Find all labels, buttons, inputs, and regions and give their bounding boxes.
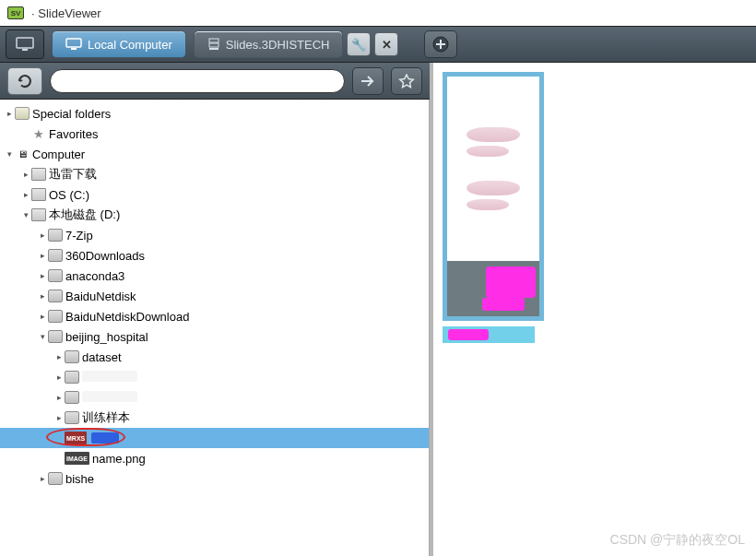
- tree-label: 7-Zip: [65, 229, 93, 243]
- tree-row[interactable]: 7-Zip: [0, 225, 429, 245]
- tree-label: dataset: [82, 350, 122, 364]
- tree-label: anaconda3: [65, 269, 124, 283]
- plus-icon: [432, 36, 449, 53]
- expand-caret[interactable]: [53, 413, 65, 422]
- svg-rect-0: [17, 38, 33, 48]
- svg-rect-2: [66, 39, 81, 47]
- expand-caret[interactable]: [37, 251, 48, 260]
- preview-panel: [433, 63, 756, 556]
- slide-image: [447, 77, 539, 261]
- window-title: · SlideViewer: [31, 6, 101, 20]
- tree-label: [82, 391, 137, 405]
- tree-row[interactable]: BaiduNetdiskDownload: [0, 306, 429, 326]
- tree-row[interactable]: dataset: [0, 347, 429, 367]
- server-icon: [207, 38, 220, 51]
- refresh-icon: [16, 73, 34, 89]
- tree-label: Favorites: [49, 127, 98, 141]
- file-badge-icon: IMAGE: [65, 452, 89, 465]
- expand-caret[interactable]: [4, 149, 15, 159]
- tab-slides-3dhistech[interactable]: Slides.3DHISTECH: [194, 30, 344, 58]
- tree-row[interactable]: 360Downloads: [0, 245, 429, 266]
- tree-row[interactable]: 训练样本: [0, 408, 429, 428]
- tab-local-computer[interactable]: Local Computer: [52, 30, 186, 58]
- folder-icon: [48, 472, 63, 485]
- refresh-button[interactable]: [7, 67, 42, 95]
- folder-icon: [65, 371, 79, 384]
- drive-icon: [31, 208, 46, 221]
- expand-caret[interactable]: [4, 109, 15, 118]
- tree-label: BaiduNetdisk: [65, 290, 136, 303]
- tab-settings-button[interactable]: 🔧: [347, 32, 371, 56]
- file-badge-icon: MRXS: [65, 432, 87, 444]
- slide-label-area: [447, 261, 539, 316]
- close-icon: ✕: [382, 38, 392, 52]
- expand-caret[interactable]: [53, 373, 65, 382]
- computer-icon: [15, 148, 30, 160]
- folder-icon: [65, 391, 79, 404]
- wrench-icon: 🔧: [351, 38, 366, 52]
- svg-rect-6: [209, 48, 219, 50]
- expand-caret[interactable]: [37, 332, 48, 341]
- tree-label: OS (C:): [49, 188, 89, 202]
- expand-caret[interactable]: [53, 393, 65, 402]
- watermark: CSDN @宁静的夜空OL: [610, 532, 745, 549]
- tree-row[interactable]: MRXS: [0, 428, 429, 448]
- main-toolbar: Local Computer Slides.3DHISTECH 🔧 ✕: [0, 26, 756, 63]
- expand-caret[interactable]: [53, 352, 65, 361]
- tree-row[interactable]: Special folders: [0, 103, 429, 124]
- folder-icon: [48, 310, 63, 323]
- tree-row[interactable]: [0, 367, 429, 387]
- drive-icon: [31, 168, 46, 181]
- svg-rect-5: [209, 43, 219, 47]
- folder-icon: [48, 330, 63, 343]
- folder-icon: [48, 269, 63, 282]
- tree-row[interactable]: bishe: [0, 468, 429, 489]
- tree-row[interactable]: IMAGEname.png: [0, 448, 429, 468]
- folder-icon: [65, 411, 79, 424]
- folder-tree[interactable]: Special foldersFavoritesComputer迅雷下载OS (…: [0, 100, 430, 556]
- expand-caret[interactable]: [20, 210, 31, 219]
- favorite-button[interactable]: [391, 67, 422, 95]
- tree-label: beijing_hospital: [65, 330, 148, 344]
- titlebar: SV · SlideViewer: [0, 0, 756, 26]
- tree-row[interactable]: beijing_hospital: [0, 326, 429, 347]
- expand-caret[interactable]: [20, 170, 31, 179]
- left-panel: Special foldersFavoritesComputer迅雷下载OS (…: [0, 63, 430, 556]
- tree-row[interactable]: [0, 387, 429, 408]
- add-tab-button[interactable]: [424, 30, 457, 58]
- slide-thumbnail[interactable]: [443, 72, 544, 321]
- tree-row[interactable]: BaiduNetdisk: [0, 286, 429, 306]
- tree-row[interactable]: Favorites: [0, 124, 429, 144]
- path-input[interactable]: [50, 69, 345, 93]
- monitor-icon: [15, 36, 35, 53]
- tree-label: 迅雷下载: [49, 166, 97, 183]
- tab-close-button[interactable]: ✕: [374, 32, 398, 56]
- expand-caret[interactable]: [37, 474, 48, 483]
- thumbnail-caption: [443, 326, 535, 343]
- tree-label: [82, 371, 137, 384]
- tree-row[interactable]: 本地磁盘 (D:): [0, 205, 429, 225]
- expand-caret[interactable]: [20, 190, 31, 199]
- svg-rect-4: [209, 39, 219, 42]
- tree-row[interactable]: Computer: [0, 144, 429, 164]
- folder-icon: [48, 290, 63, 302]
- monitor-icon: [65, 38, 82, 51]
- folder-icon: [65, 350, 79, 363]
- expand-caret[interactable]: [37, 312, 48, 321]
- expand-caret[interactable]: [37, 231, 48, 240]
- tree-label: 本地磁盘 (D:): [49, 207, 120, 223]
- tree-row[interactable]: 迅雷下载: [0, 164, 429, 184]
- svg-rect-3: [71, 48, 77, 50]
- drive-icon: [31, 188, 46, 201]
- expand-caret[interactable]: [37, 291, 48, 301]
- tree-label: BaiduNetdiskDownload: [65, 310, 189, 324]
- star-icon: [398, 74, 415, 89]
- tree-row[interactable]: anaconda3: [0, 266, 429, 286]
- folder-icon: [48, 249, 63, 262]
- tree-label: Special folders: [32, 107, 111, 121]
- display-mode-button[interactable]: [6, 30, 44, 59]
- tree-row[interactable]: OS (C:): [0, 184, 429, 205]
- go-button[interactable]: [352, 67, 384, 95]
- expand-caret[interactable]: [37, 271, 48, 280]
- path-toolbar: [0, 63, 430, 100]
